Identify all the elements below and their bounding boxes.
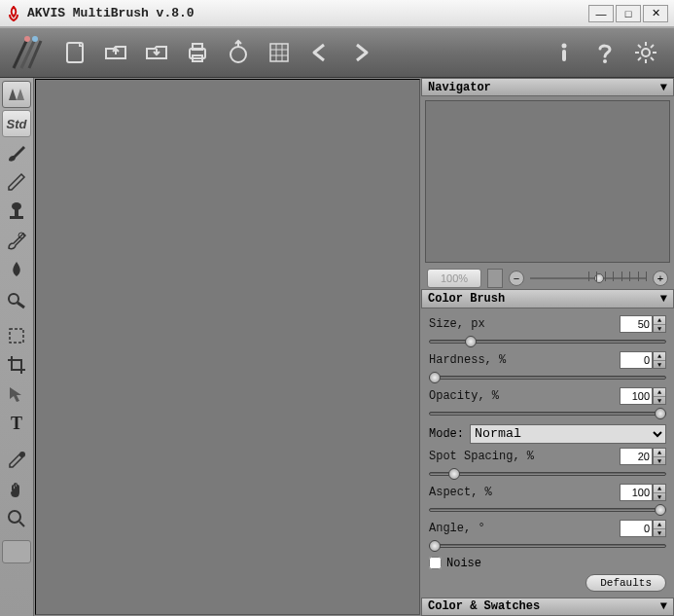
prev-button[interactable]	[302, 35, 337, 70]
history-brush-tool[interactable]	[2, 227, 31, 254]
info-button[interactable]	[547, 35, 582, 70]
svg-rect-7	[193, 44, 202, 50]
crop-tool[interactable]	[2, 351, 31, 379]
pencil-tool[interactable]	[2, 168, 31, 196]
spot-spinner[interactable]: ▲▼	[653, 448, 666, 465]
selection-tool[interactable]	[2, 322, 31, 349]
svg-line-36	[19, 522, 24, 526]
mode-select[interactable]: Normal	[470, 424, 666, 444]
collapse-icon[interactable]: ▼	[660, 81, 667, 94]
aspect-spinner[interactable]: ▲▼	[653, 484, 666, 501]
right-panel: Navigator ▼ 100% − + Color Brush ▼ Size,…	[421, 78, 674, 616]
maximize-button[interactable]: □	[616, 5, 641, 22]
print-button[interactable]	[180, 35, 215, 70]
minimize-button[interactable]: —	[588, 5, 614, 22]
size-spinner[interactable]: ▲▼	[653, 315, 666, 333]
zoom-in-button[interactable]: +	[653, 271, 668, 286]
opacity-slider[interactable]	[429, 407, 666, 420]
svg-point-17	[603, 59, 607, 63]
size-slider[interactable]	[429, 335, 666, 348]
svg-line-26	[651, 45, 654, 48]
eyedropper-tool[interactable]	[2, 447, 31, 474]
noise-checkbox-row[interactable]: Noise	[429, 557, 666, 570]
tab-standard[interactable]: Std	[2, 110, 31, 137]
noise-label: Noise	[446, 557, 481, 570]
hardness-spinner[interactable]: ▲▼	[653, 351, 666, 369]
next-button[interactable]	[343, 35, 378, 70]
save-button[interactable]	[139, 35, 174, 70]
zoom-out-button[interactable]: −	[509, 271, 524, 286]
opacity-label: Opacity, %	[429, 389, 499, 403]
mode-label: Mode:	[429, 427, 464, 441]
open-button[interactable]	[98, 35, 133, 70]
dodge-tool[interactable]	[2, 285, 31, 312]
zoom-value[interactable]: 100%	[427, 269, 481, 288]
collapse-icon[interactable]: ▼	[660, 292, 667, 306]
spot-slider[interactable]	[429, 467, 666, 481]
svg-line-23	[638, 45, 641, 48]
svg-line-25	[638, 57, 641, 60]
size-input[interactable]	[620, 315, 653, 333]
navigator-header[interactable]: Navigator ▼	[421, 78, 674, 96]
zoom-slider[interactable]	[530, 272, 647, 285]
angle-slider[interactable]	[429, 539, 666, 553]
canvas-area[interactable]	[35, 79, 420, 615]
text-tool[interactable]: T	[2, 410, 31, 437]
svg-point-31	[9, 294, 18, 304]
stamp-tool[interactable]	[2, 198, 31, 225]
zoom-tool[interactable]	[2, 505, 31, 532]
defaults-button[interactable]: Defaults	[585, 574, 666, 592]
navigator-controls: 100% − +	[421, 267, 674, 289]
color-brush-tool[interactable]	[2, 139, 31, 166]
angle-label: Angle, °	[429, 522, 485, 535]
app-brushes-icon	[8, 33, 47, 72]
svg-point-4	[32, 36, 38, 42]
navigator-preview[interactable]	[425, 100, 670, 263]
move-tool[interactable]	[2, 380, 31, 408]
zoom-dropdown[interactable]	[487, 269, 503, 288]
svg-line-24	[651, 57, 654, 60]
main-area: Std T Navigator ▼ 100% −	[0, 78, 674, 616]
svg-line-0	[14, 39, 27, 68]
grid-button[interactable]	[262, 35, 297, 70]
svg-rect-16	[562, 50, 566, 61]
hardness-slider[interactable]	[429, 371, 666, 384]
color-brush-title: Color Brush	[428, 292, 505, 306]
spot-input[interactable]	[620, 448, 653, 465]
svg-point-3	[24, 36, 30, 42]
color-brush-params: Size, px ▲▼ Hardness, % ▲▼ Opacity, % ▲▼…	[421, 308, 674, 598]
opacity-spinner[interactable]: ▲▼	[653, 387, 666, 405]
opacity-input[interactable]	[620, 387, 653, 405]
swatches-title: Color & Swatches	[428, 599, 540, 613]
share-button[interactable]	[221, 35, 256, 70]
main-toolbar	[0, 27, 674, 78]
left-toolstrip: Std T	[0, 78, 34, 616]
color-brush-header[interactable]: Color Brush ▼	[421, 289, 674, 308]
window-title: AKVIS MultiBrush v.8.0	[27, 6, 586, 20]
close-button[interactable]: ✕	[643, 5, 668, 22]
aspect-label: Aspect, %	[429, 486, 492, 499]
help-button[interactable]	[587, 35, 622, 70]
svg-rect-10	[270, 44, 288, 61]
tab-all-tools[interactable]	[2, 81, 31, 108]
svg-line-32	[18, 303, 24, 308]
color-well[interactable]	[2, 540, 31, 563]
hand-tool[interactable]	[2, 476, 31, 503]
angle-input[interactable]	[620, 520, 653, 537]
noise-checkbox[interactable]	[429, 557, 442, 569]
svg-line-1	[21, 39, 35, 68]
svg-rect-27	[10, 216, 23, 219]
svg-point-15	[562, 44, 567, 49]
settings-button[interactable]	[628, 35, 663, 70]
navigator-title: Navigator	[428, 81, 491, 94]
new-button[interactable]	[57, 35, 92, 70]
blur-tool[interactable]	[2, 256, 31, 283]
collapse-icon[interactable]: ▼	[660, 599, 667, 613]
angle-spinner[interactable]: ▲▼	[653, 520, 666, 537]
aspect-slider[interactable]	[429, 503, 666, 517]
aspect-input[interactable]	[620, 484, 653, 501]
app-logo-icon	[6, 6, 21, 21]
hardness-input[interactable]	[620, 351, 653, 369]
swatches-header[interactable]: Color & Swatches ▼	[421, 598, 674, 616]
hardness-label: Hardness, %	[429, 353, 506, 367]
